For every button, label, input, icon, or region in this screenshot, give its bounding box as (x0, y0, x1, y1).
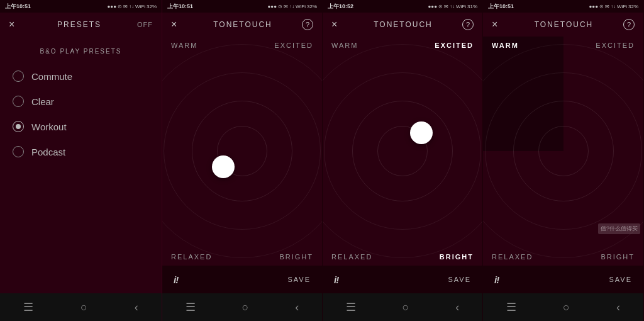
header-title-2: TONETOUCH (184, 20, 302, 29)
wifi-icon: WiFi (135, 4, 145, 9)
home-icon-2[interactable]: ○ (242, 301, 249, 314)
bottom-logo-3: i! (334, 274, 338, 285)
header-bar-2: × TONETOUCH ? (162, 13, 322, 37)
preset-item-clear[interactable]: Clear (13, 89, 149, 114)
home-icon-4[interactable]: ○ (563, 301, 570, 314)
preset-list: Commute Clear Workout Podcast (0, 64, 162, 164)
save-button-4[interactable]: SAVE (609, 276, 632, 283)
battery-icon: 32% (147, 4, 157, 9)
status-time-3: 上午10:52 (328, 3, 353, 11)
header-bar-4: × TONETOUCH ? (483, 13, 643, 37)
back-icon-4[interactable]: ‹ (616, 301, 620, 314)
preset-item-workout[interactable]: Workout (13, 114, 149, 139)
nav-bar-3: ☰ ○ ‹ (323, 293, 482, 321)
tonetouch-area-2[interactable]: WARM EXCITED RELAXED BRIGHT (162, 37, 322, 266)
home-icon-1[interactable]: ○ (80, 301, 87, 314)
menu-icon-1[interactable]: ☰ (23, 300, 33, 314)
alarm-icon: ⊙ (118, 4, 122, 9)
signal-dots-3: ●●● (428, 4, 437, 9)
close-button-1[interactable]: × (9, 19, 21, 30)
help-button-3[interactable]: ? (462, 19, 474, 30)
header-bar-1: × PRESETS OFF (0, 13, 162, 37)
status-icons-2: ●●● ⊙ ✉ ↑↓ WiFi 32% (267, 4, 317, 9)
tone-dot-2[interactable] (212, 155, 235, 178)
off-toggle[interactable]: OFF (137, 21, 153, 28)
tonetouch-panel-3: 上午10:52 ●●● ⊙ ✉ ↑↓ WiFi 31% × TONETOUCH … (323, 0, 483, 321)
tonetouch-panel-2: 上午10:51 ●●● ⊙ ✉ ↑↓ WiFi 32% × TONETOUCH … (162, 0, 323, 321)
wifi-icon-4: WiFi (617, 4, 627, 9)
preset-label-podcast: Podcast (31, 147, 65, 157)
preset-label-clear: Clear (31, 96, 54, 107)
menu-icon-4[interactable]: ☰ (506, 300, 516, 314)
excited-label-3: EXCITED (435, 42, 474, 49)
tonetouch-area-3[interactable]: WARM EXCITED RELAXED BRIGHT (323, 37, 482, 266)
signal-dots-2: ●●● (267, 4, 277, 9)
preset-label-commute: Commute (31, 71, 72, 82)
msg-icon-3: ✉ (444, 4, 448, 9)
back-icon-1[interactable]: ‹ (135, 301, 138, 314)
back-icon-3[interactable]: ‹ (455, 301, 459, 314)
relaxed-label-2: RELAXED (171, 253, 212, 261)
preset-radio-clear (13, 96, 24, 107)
excited-label-2: EXCITED (274, 42, 313, 49)
status-time-1: 上午10:51 (5, 3, 31, 11)
bottom-logo-4: i! (494, 274, 499, 285)
status-time-2: 上午10:51 (167, 3, 193, 11)
home-icon-3[interactable]: ○ (402, 301, 409, 314)
relaxed-label-4: RELAXED (492, 253, 533, 261)
status-icons-3: ●●● ⊙ ✉ ↑↓ WiFi 31% (428, 4, 477, 9)
status-bar-3: 上午10:52 ●●● ⊙ ✉ ↑↓ WiFi 31% (323, 0, 482, 13)
status-icons-4: ●●● ⊙ ✉ ↑↓ WiFi 32% (589, 4, 638, 9)
header-title-3: TONETOUCH (344, 20, 462, 29)
msg-icon: ✉ (123, 4, 128, 9)
data-icon: ↑↓ (129, 4, 134, 9)
bright-label-3: BRIGHT (440, 253, 474, 261)
header-title-4: TONETOUCH (504, 20, 623, 29)
menu-icon-3[interactable]: ☰ (346, 300, 356, 314)
alarm-icon-2: ⊙ (278, 4, 282, 9)
status-bar-4: 上午10:51 ●●● ⊙ ✉ ↑↓ WiFi 32% (483, 0, 643, 13)
signal-dots-4: ●●● (589, 4, 598, 9)
help-button-2[interactable]: ? (302, 19, 313, 30)
menu-icon-2[interactable]: ☰ (186, 300, 196, 314)
msg-icon-2: ✉ (284, 4, 288, 9)
save-button-2[interactable]: SAVE (287, 276, 311, 283)
bright-label-2: BRIGHT (279, 253, 313, 261)
status-time-4: 上午10:51 (488, 3, 514, 11)
close-button-3[interactable]: × (331, 19, 344, 30)
save-button-3[interactable]: SAVE (448, 276, 471, 283)
warm-label-2: WARM (171, 42, 197, 49)
back-icon-2[interactable]: ‹ (295, 301, 299, 314)
signal-dots: ●●● (107, 4, 116, 9)
tonetouch-panel-4: 上午10:51 ●●● ⊙ ✉ ↑↓ WiFi 32% × TONETOUCH … (483, 0, 643, 321)
close-button-2[interactable]: × (171, 19, 184, 30)
tonetouch-area-4[interactable]: WARM EXCITED RELAXED BRIGHT 值?什么值得买 (483, 37, 643, 266)
alarm-icon-4: ⊙ (599, 4, 604, 9)
presets-group-label: B&O PLAY PRESETS (0, 37, 162, 64)
presets-panel: 上午10:51 ●●● ⊙ ✉ ↑↓ WiFi 32% × PRESETS OF… (0, 0, 162, 321)
battery-icon-4: 32% (628, 4, 638, 9)
warm-label-4: WARM (492, 42, 519, 49)
bottom-logo-2: i! (174, 274, 178, 285)
status-icons-1: ●●● ⊙ ✉ ↑↓ WiFi 32% (107, 4, 157, 9)
preset-radio-workout (13, 121, 24, 132)
preset-radio-podcast (13, 146, 24, 157)
battery-icon-2: 32% (307, 4, 317, 9)
tone-dot-3[interactable] (410, 121, 433, 144)
status-bar-2: 上午10:51 ●●● ⊙ ✉ ↑↓ WiFi 32% (162, 0, 322, 13)
nav-bar-1: ☰ ○ ‹ (0, 293, 162, 321)
battery-icon-3: 31% (467, 4, 477, 9)
warm-label-3: WARM (331, 42, 358, 49)
msg-icon-4: ✉ (605, 4, 609, 9)
preset-radio-commute (13, 70, 24, 82)
relaxed-label-3: RELAXED (331, 253, 372, 261)
status-bar-1: 上午10:51 ●●● ⊙ ✉ ↑↓ WiFi 32% (0, 0, 162, 13)
preset-label-workout: Workout (31, 121, 67, 132)
help-button-4[interactable]: ? (623, 19, 635, 30)
alarm-icon-3: ⊙ (438, 4, 443, 9)
preset-item-podcast[interactable]: Podcast (13, 139, 149, 164)
preset-item-commute[interactable]: Commute (13, 64, 149, 89)
close-button-4[interactable]: × (492, 19, 504, 30)
data-icon-2: ↑↓ (289, 4, 294, 9)
nav-bar-2: ☰ ○ ‹ (162, 293, 322, 321)
